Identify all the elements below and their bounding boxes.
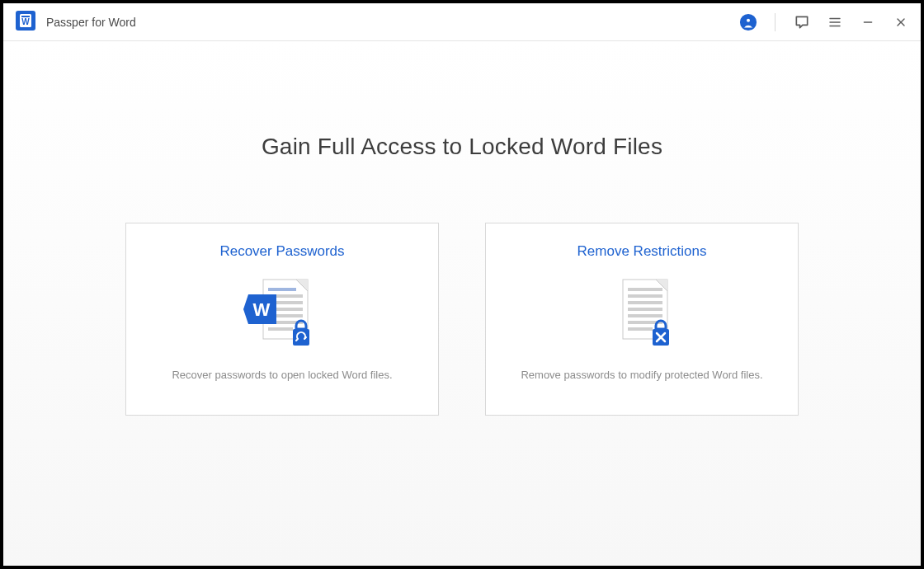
page-headline: Gain Full Access to Locked Word Files bbox=[262, 134, 662, 160]
svg-text:W: W bbox=[253, 299, 271, 320]
svg-rect-21 bbox=[268, 327, 293, 331]
card-desc: Recover passwords to open locked Word fi… bbox=[172, 369, 392, 381]
svg-rect-28 bbox=[628, 288, 662, 291]
svg-rect-15 bbox=[268, 288, 296, 291]
word-document-lock-icon: W bbox=[233, 275, 332, 357]
app-logo-icon: W bbox=[15, 10, 36, 35]
account-icon[interactable] bbox=[738, 12, 758, 32]
card-recover-passwords[interactable]: Recover Passwords bbox=[125, 223, 439, 416]
app-title: Passper for Word bbox=[46, 16, 136, 29]
svg-point-5 bbox=[746, 17, 751, 22]
svg-rect-30 bbox=[628, 301, 662, 304]
close-button[interactable] bbox=[891, 12, 911, 32]
card-desc: Remove passwords to modify protected Wor… bbox=[521, 369, 762, 381]
card-remove-restrictions[interactable]: Remove Restrictions bbox=[485, 223, 799, 416]
svg-text:W: W bbox=[21, 17, 30, 26]
svg-rect-29 bbox=[628, 294, 662, 298]
svg-rect-31 bbox=[628, 308, 662, 311]
svg-rect-32 bbox=[628, 314, 662, 317]
hamburger-menu-icon[interactable] bbox=[825, 12, 845, 32]
minimize-button[interactable] bbox=[858, 12, 878, 32]
app-window: W Passper for Word bbox=[0, 0, 924, 569]
feedback-icon[interactable] bbox=[792, 12, 812, 32]
titlebar-divider bbox=[775, 13, 776, 31]
option-cards: Recover Passwords bbox=[125, 223, 799, 416]
document-lock-x-icon bbox=[592, 275, 691, 357]
card-title: Remove Restrictions bbox=[578, 243, 707, 260]
main-content: Gain Full Access to Locked Word Files Re… bbox=[3, 41, 921, 566]
svg-rect-34 bbox=[628, 327, 653, 331]
card-title: Recover Passwords bbox=[219, 243, 344, 260]
title-bar: W Passper for Word bbox=[3, 3, 921, 41]
